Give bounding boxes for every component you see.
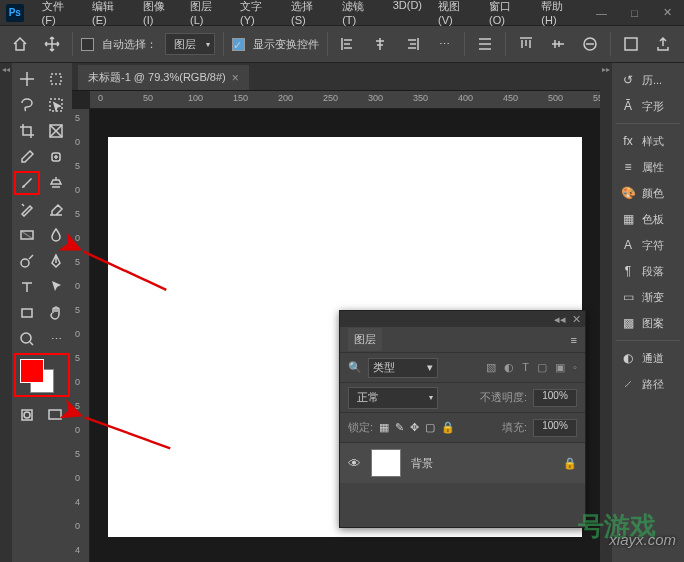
close-button[interactable]: ✕ bbox=[651, 0, 684, 25]
crop-tool[interactable] bbox=[14, 119, 40, 143]
ruler-vertical[interactable]: 5050505050505050404 bbox=[72, 109, 90, 562]
menu-help[interactable]: 帮助(H) bbox=[533, 0, 585, 30]
tab-close-icon[interactable]: × bbox=[232, 71, 239, 85]
more-align-icon[interactable]: ⋯ bbox=[432, 32, 456, 56]
right-collapse[interactable]: ▸▸ bbox=[600, 63, 612, 562]
workspace-dropdown-icon[interactable] bbox=[619, 32, 643, 56]
history-brush-tool[interactable] bbox=[14, 197, 40, 221]
distribute-icon[interactable] bbox=[473, 32, 497, 56]
panel-paths[interactable]: ⟋路径 bbox=[616, 373, 680, 395]
brush-tool[interactable] bbox=[14, 171, 40, 195]
object-select-tool[interactable] bbox=[43, 93, 69, 117]
layer-thumbnail[interactable] bbox=[371, 449, 401, 477]
hand-tool[interactable] bbox=[43, 301, 69, 325]
align-center-icon[interactable] bbox=[368, 32, 392, 56]
menu-select[interactable]: 选择(S) bbox=[283, 0, 334, 30]
panel-paragraph[interactable]: ¶段落 bbox=[616, 260, 680, 282]
lock-artboard-icon[interactable]: ▢ bbox=[425, 421, 435, 434]
show-transform-checkbox[interactable]: ✓ bbox=[232, 38, 245, 51]
align-right-icon[interactable] bbox=[400, 32, 424, 56]
lock-position-icon[interactable]: ✎ bbox=[395, 421, 404, 434]
lock-move-icon[interactable]: ✥ bbox=[410, 421, 419, 434]
foreground-color[interactable] bbox=[20, 359, 44, 383]
menu-file[interactable]: 文件(F) bbox=[34, 0, 84, 30]
fill-input[interactable]: 100% bbox=[533, 419, 577, 437]
filter-smart-icon[interactable]: ▣ bbox=[555, 361, 565, 374]
minimize-button[interactable]: — bbox=[585, 0, 618, 25]
filter-toggle-icon[interactable]: ◦ bbox=[573, 361, 577, 374]
panel-styles[interactable]: fx样式 bbox=[616, 130, 680, 152]
screen-mode-tool[interactable] bbox=[42, 403, 68, 427]
clone-stamp-tool[interactable] bbox=[43, 171, 69, 195]
pen-tool[interactable] bbox=[43, 249, 69, 273]
filter-pixel-icon[interactable]: ▧ bbox=[486, 361, 496, 374]
eyedropper-tool[interactable] bbox=[14, 145, 40, 169]
dodge-tool[interactable] bbox=[14, 249, 40, 273]
blur-tool[interactable] bbox=[43, 223, 69, 247]
lock-pixels-icon[interactable]: ▦ bbox=[379, 421, 389, 434]
panel-character[interactable]: A字符 bbox=[616, 234, 680, 256]
artboard-tool[interactable] bbox=[43, 67, 69, 91]
filter-type-icon[interactable]: T bbox=[522, 361, 529, 374]
auto-select-target[interactable]: 图层 bbox=[165, 33, 215, 55]
quick-mask-tool[interactable] bbox=[14, 403, 40, 427]
ruler-horizontal[interactable]: 0501001502002503003504004505005506 bbox=[90, 91, 600, 109]
panel-history[interactable]: ↺历... bbox=[616, 69, 680, 91]
color-swatches[interactable] bbox=[14, 353, 70, 397]
type-tool[interactable] bbox=[14, 275, 40, 299]
eraser-tool[interactable] bbox=[43, 197, 69, 221]
layers-tab[interactable]: 图层 bbox=[348, 328, 382, 351]
opacity-input[interactable]: 100% bbox=[533, 389, 577, 407]
panel-swatches[interactable]: ▦色板 bbox=[616, 208, 680, 230]
menu-filter[interactable]: 滤镜(T) bbox=[334, 0, 384, 30]
lasso-tool[interactable] bbox=[14, 93, 40, 117]
menu-layer[interactable]: 图层(L) bbox=[182, 0, 232, 30]
layer-lock-icon[interactable]: 🔒 bbox=[563, 457, 577, 470]
lock-all-icon[interactable]: 🔒 bbox=[441, 421, 455, 434]
menu-edit[interactable]: 编辑(E) bbox=[84, 0, 135, 30]
auto-select-checkbox[interactable] bbox=[81, 38, 94, 51]
frame-tool[interactable] bbox=[43, 119, 69, 143]
menu-image[interactable]: 图像(I) bbox=[135, 0, 182, 30]
move-tool[interactable] bbox=[14, 67, 40, 91]
collapse-icon[interactable]: ◂◂ bbox=[554, 313, 566, 326]
gradient-tool[interactable] bbox=[14, 223, 40, 247]
move-tool-icon[interactable] bbox=[40, 32, 64, 56]
layer-row[interactable]: 👁 背景 🔒 bbox=[340, 443, 585, 483]
panel-patterns[interactable]: ▩图案 bbox=[616, 312, 680, 334]
filter-type-dropdown[interactable]: 类型▾ bbox=[368, 358, 438, 378]
panel-color[interactable]: 🎨颜色 bbox=[616, 182, 680, 204]
home-icon[interactable] bbox=[8, 32, 32, 56]
menu-type[interactable]: 文字(Y) bbox=[232, 0, 283, 30]
filter-adjust-icon[interactable]: ◐ bbox=[504, 361, 514, 374]
zoom-tool[interactable] bbox=[14, 327, 40, 351]
align-middle-icon[interactable] bbox=[546, 32, 570, 56]
menu-3d[interactable]: 3D(D) bbox=[385, 0, 430, 30]
menu-window[interactable]: 窗口(O) bbox=[481, 0, 533, 30]
share-icon[interactable] bbox=[651, 32, 675, 56]
healing-tool[interactable] bbox=[43, 145, 69, 169]
document-tab[interactable]: 未标题-1 @ 79.3%(RGB/8#) × bbox=[78, 65, 249, 90]
panel-menu-icon[interactable]: ≡ bbox=[571, 334, 577, 346]
toolbox-collapse[interactable]: ◂◂ bbox=[0, 63, 12, 562]
blend-mode-dropdown[interactable]: 正常 bbox=[348, 387, 438, 409]
rectangle-tool[interactable] bbox=[14, 301, 40, 325]
panel-header[interactable]: ◂◂✕ bbox=[340, 311, 585, 327]
panel-glyphs[interactable]: Ã字形 bbox=[616, 95, 680, 117]
menu-view[interactable]: 视图(V) bbox=[430, 0, 481, 30]
edit-toolbar[interactable]: ⋯ bbox=[43, 327, 69, 351]
align-top-icon[interactable] bbox=[514, 32, 538, 56]
panel-close-icon[interactable]: ✕ bbox=[572, 313, 581, 326]
maximize-button[interactable]: □ bbox=[618, 0, 651, 25]
filter-shape-icon[interactable]: ▢ bbox=[537, 361, 547, 374]
panel-channels[interactable]: ◐通道 bbox=[616, 347, 680, 369]
search-icon[interactable]: 🔍 bbox=[348, 361, 362, 374]
visibility-icon[interactable]: 👁 bbox=[348, 456, 361, 471]
paths-icon: ⟋ bbox=[620, 376, 636, 392]
align-left-icon[interactable] bbox=[336, 32, 360, 56]
panel-gradients[interactable]: ▭渐变 bbox=[616, 286, 680, 308]
3d-mode-icon[interactable] bbox=[578, 32, 602, 56]
path-select-tool[interactable] bbox=[43, 275, 69, 299]
panel-properties[interactable]: ≡属性 bbox=[616, 156, 680, 178]
layer-name[interactable]: 背景 bbox=[411, 456, 433, 471]
